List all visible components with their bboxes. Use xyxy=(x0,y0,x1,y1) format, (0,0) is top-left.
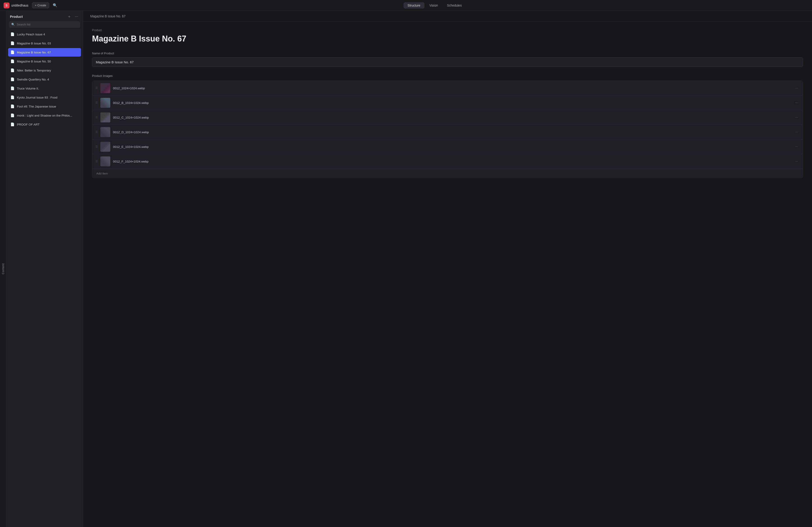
create-button[interactable]: + Create xyxy=(32,2,49,8)
row-menu-button[interactable]: ··· xyxy=(794,130,800,135)
image-filename: 0012_1024×1024.webp xyxy=(113,87,791,90)
document-icon: 📄 xyxy=(10,50,15,54)
drag-handle-icon[interactable]: ⠿ xyxy=(96,145,98,149)
content-body: Product Magazine B Issue No. 67 Name of … xyxy=(83,21,812,527)
document-icon: 📄 xyxy=(10,41,15,45)
row-menu-button[interactable]: ··· xyxy=(794,100,800,105)
sidebar-header: Product ＋ ··· xyxy=(6,11,83,21)
main-layout: Content Product ＋ ··· 🔍 📄 Lucky Peach Is… xyxy=(0,11,812,527)
sidebar-section-label: Content xyxy=(2,263,5,274)
content-header: Magazine B Issue No. 67 xyxy=(83,11,812,21)
tab-vision[interactable]: Vision xyxy=(425,2,442,9)
brand-name: untitledhaus xyxy=(11,4,28,7)
image-thumbnail xyxy=(100,112,110,122)
add-item-row[interactable]: Add item xyxy=(92,169,803,178)
brand: S untitledhaus xyxy=(4,2,28,8)
image-row[interactable]: ⠿ 0012_D_1024×1024.webp ··· xyxy=(92,125,803,139)
tab-structure[interactable]: Structure xyxy=(404,2,424,9)
drag-handle-icon[interactable]: ⠿ xyxy=(96,160,98,163)
name-field-label: Name of Product xyxy=(92,51,803,55)
document-icon: 📄 xyxy=(10,59,15,63)
image-filename: 0012_D_1024×1024.webp xyxy=(113,131,791,134)
topnav: S untitledhaus + Create 🔍 Structure Visi… xyxy=(0,0,812,11)
image-row[interactable]: ⠿ 0012_C_1024×1024.webp ··· xyxy=(92,110,803,125)
row-menu-button[interactable]: ··· xyxy=(794,159,800,164)
name-field-group: Name of Product xyxy=(92,51,803,67)
document-icon: 📄 xyxy=(10,77,15,81)
sidebar-label-container: Content xyxy=(0,11,6,527)
document-icon: 📄 xyxy=(10,104,15,108)
document-icon: 📄 xyxy=(10,68,15,72)
drag-handle-icon[interactable]: ⠿ xyxy=(96,130,98,134)
drag-handle-icon[interactable]: ⠿ xyxy=(96,101,98,105)
image-thumbnail xyxy=(100,127,110,137)
row-menu-button[interactable]: ··· xyxy=(794,144,800,149)
sidebar-item-label: Magazine B Issue No. 50 xyxy=(17,60,51,63)
search-button[interactable]: 🔍 xyxy=(51,2,59,8)
sidebar-item-label: Magazine B Issue No. 67 xyxy=(17,51,51,54)
sidebar-item-swindle[interactable]: 📄 Swindle Quartlery No. 4 xyxy=(8,75,81,84)
sidebar-item-lucky-peach[interactable]: 📄 Lucky Peach Issue 4 xyxy=(8,30,81,39)
sidebar-item-magazine-b-67[interactable]: 📄 Magazine B Issue No. 67 xyxy=(8,48,81,57)
nav-tabs: Structure Vision Schedules xyxy=(61,2,808,9)
sidebar-item-label: Truce Volume II. xyxy=(17,87,39,90)
images-field-group: Product Images ⠿ 0012_1024×1024.webp ···… xyxy=(92,74,803,178)
add-item-button[interactable]: ＋ xyxy=(66,14,72,19)
more-options-button[interactable]: ··· xyxy=(74,14,79,19)
sidebar-item-proof[interactable]: 📄 PROOF OF ART xyxy=(8,120,81,129)
sidebar-item-fool[interactable]: 📄 Fool #8: The Japanese Issue xyxy=(8,102,81,111)
row-menu-button[interactable]: ··· xyxy=(794,115,800,120)
image-thumbnail xyxy=(100,156,110,166)
sidebar-item-magazine-b-50[interactable]: 📄 Magazine B Issue No. 50 xyxy=(8,57,81,65)
image-filename: 0012_B_1024×1024.webp xyxy=(113,101,791,105)
image-row[interactable]: ⠿ 0012_B_1024×1024.webp ··· xyxy=(92,95,803,110)
sidebar-item-label: monk : Light and Shadow on the Philos... xyxy=(17,114,72,117)
images-section-label: Product Images xyxy=(92,74,803,77)
sidebar-item-truce[interactable]: 📄 Truce Volume II. xyxy=(8,84,81,93)
breadcrumb: Magazine B Issue No. 67 xyxy=(90,14,126,18)
search-icon: 🔍 xyxy=(11,23,15,26)
drag-handle-icon[interactable]: ⠿ xyxy=(96,86,98,90)
document-icon: 📄 xyxy=(10,86,15,90)
document-icon: 📄 xyxy=(10,122,15,126)
sidebar-list: 📄 Lucky Peach Issue 4 📄 Magazine B Issue… xyxy=(6,30,83,527)
image-thumbnail xyxy=(100,83,110,93)
sidebar-search[interactable]: 🔍 xyxy=(9,21,80,28)
image-filename: 0012_F_1024×1024.webp xyxy=(113,160,791,163)
sidebar-item-label: Nike: Better is Temporary xyxy=(17,69,51,72)
image-filename: 0012_E_1024×1024.webp xyxy=(113,145,791,149)
brand-logo: S xyxy=(4,2,10,8)
sidebar-item-nike[interactable]: 📄 Nike: Better is Temporary xyxy=(8,66,81,75)
document-icon: 📄 xyxy=(10,95,15,100)
image-row[interactable]: ⠿ 0012_1024×1024.webp ··· xyxy=(92,81,803,95)
add-item-label: Add item xyxy=(96,172,108,175)
sidebar-item-label: Kyoto Journal Issue 93 : Food xyxy=(17,96,57,99)
images-container: ⠿ 0012_1024×1024.webp ··· ⠿ 0012_B_1024×… xyxy=(92,81,803,178)
row-menu-button[interactable]: ··· xyxy=(794,86,800,91)
document-icon: 📄 xyxy=(10,32,15,36)
sidebar-item-kyoto[interactable]: 📄 Kyoto Journal Issue 93 : Food xyxy=(8,93,81,102)
content-area: Magazine B Issue No. 67 Product Magazine… xyxy=(83,11,812,527)
sidebar-item-label: Fool #8: The Japanese Issue xyxy=(17,105,56,108)
sidebar-item-label: PROOF OF ART xyxy=(17,123,40,126)
page-title: Magazine B Issue No. 67 xyxy=(92,34,803,44)
sidebar-item-label: Swindle Quartlery No. 4 xyxy=(17,78,49,81)
image-filename: 0012_C_1024×1024.webp xyxy=(113,116,791,119)
name-field-input[interactable] xyxy=(92,57,803,67)
sidebar: Product ＋ ··· 🔍 📄 Lucky Peach Issue 4 📄 … xyxy=(6,11,83,527)
image-row[interactable]: ⠿ 0012_F_1024×1024.webp ··· xyxy=(92,154,803,169)
image-thumbnail xyxy=(100,98,110,108)
sidebar-header-actions: ＋ ··· xyxy=(66,14,79,19)
image-row[interactable]: ⠿ 0012_E_1024×1024.webp ··· xyxy=(92,139,803,154)
sidebar-item-label: Lucky Peach Issue 4 xyxy=(17,33,45,36)
search-input[interactable] xyxy=(17,23,78,26)
tab-schedules[interactable]: Schedules xyxy=(443,2,466,9)
sidebar-title: Product xyxy=(10,15,23,18)
sidebar-item-monk[interactable]: 📄 monk : Light and Shadow on the Philos.… xyxy=(8,111,81,120)
sidebar-item-magazine-b-03[interactable]: 📄 Magazine B Issue No. 03 xyxy=(8,39,81,48)
sidebar-item-label: Magazine B Issue No. 03 xyxy=(17,42,51,45)
section-label: Product xyxy=(92,29,803,32)
image-thumbnail xyxy=(100,142,110,152)
drag-handle-icon[interactable]: ⠿ xyxy=(96,116,98,119)
document-icon: 📄 xyxy=(10,114,15,118)
